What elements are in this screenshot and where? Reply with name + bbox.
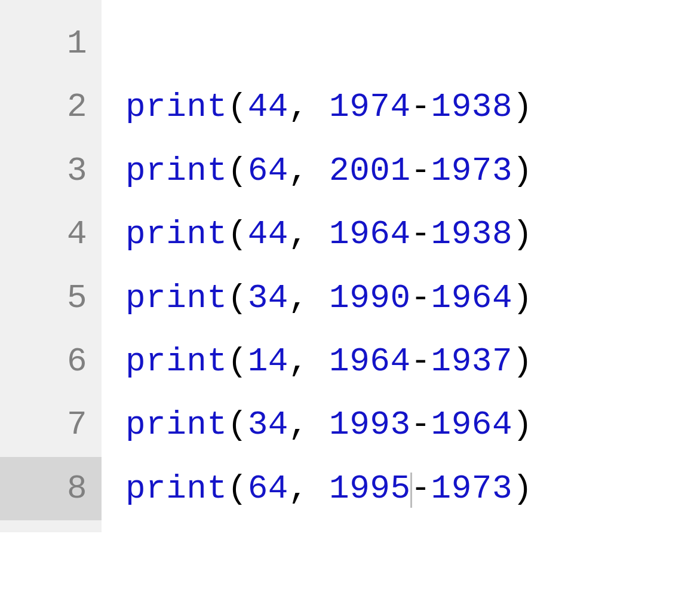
token-num: 1964 [329, 342, 410, 381]
token-num: 34 [248, 279, 288, 317]
token-punct: ( [228, 152, 248, 190]
token-num: 1974 [329, 88, 410, 126]
token-punct: ( [228, 470, 248, 508]
token-num: 1964 [431, 279, 512, 317]
line-number: 3 [24, 139, 87, 203]
token-punct: ) [512, 215, 533, 253]
line-number: 7 [24, 393, 87, 456]
token-punct: ) [512, 152, 533, 190]
token-punct: ( [228, 215, 248, 253]
token-op: - [411, 88, 431, 126]
code-line[interactable] [125, 12, 700, 75]
code-line[interactable]: print(44, 1974-1938) [125, 75, 700, 139]
token-func: print [125, 279, 228, 317]
line-number: 1 [24, 12, 87, 75]
token-punct: ( [228, 279, 248, 317]
token-num: 14 [248, 342, 288, 381]
token-punct: ( [228, 342, 248, 381]
token-punct: , [288, 215, 309, 253]
token-punct: , [288, 342, 309, 381]
code-line[interactable]: print(64, 1995-1973) [125, 457, 700, 520]
token-punct: ) [512, 470, 533, 508]
token-num: 1938 [431, 215, 512, 253]
code-line[interactable]: print(34, 1990-1964) [125, 266, 700, 330]
code-line[interactable]: print(64, 2001-1973) [125, 139, 700, 203]
token-func: print [125, 470, 228, 508]
token-op: - [411, 279, 431, 317]
token-op: - [411, 470, 431, 508]
token-op: - [411, 342, 431, 381]
token-punct: ) [512, 406, 533, 444]
line-number: 5 [24, 266, 87, 330]
line-number: 8 [0, 457, 102, 520]
token-func: print [125, 342, 228, 381]
code-line[interactable]: print(34, 1993-1964) [125, 393, 700, 456]
token-num: 34 [248, 406, 288, 444]
token-op: - [411, 215, 431, 253]
text-cursor [410, 473, 412, 508]
token-num: 1937 [431, 342, 512, 381]
token-num: 2001 [329, 152, 410, 190]
token-num: 1993 [329, 406, 410, 444]
line-number-gutter: 12345678 [0, 0, 102, 532]
token-num: 1995 [329, 470, 410, 508]
token-op: - [411, 406, 431, 444]
token-punct: , [288, 152, 309, 190]
token-num: 1973 [431, 152, 512, 190]
token-func: print [125, 88, 228, 126]
token-punct: ) [512, 88, 533, 126]
line-number: 6 [24, 330, 87, 393]
line-number: 4 [24, 203, 87, 266]
token-punct: , [288, 88, 309, 126]
token-punct: , [288, 406, 309, 444]
token-punct: , [288, 279, 309, 317]
token-num: 1938 [431, 88, 512, 126]
code-editor-area[interactable]: print(44, 1974-1938)print(64, 2001-1973)… [102, 0, 700, 532]
token-num: 1990 [329, 279, 410, 317]
token-func: print [125, 215, 228, 253]
token-punct: ) [512, 342, 533, 381]
token-num: 64 [248, 152, 288, 190]
token-punct: , [288, 470, 309, 508]
token-num: 1973 [431, 470, 512, 508]
token-num: 64 [248, 470, 288, 508]
token-func: print [125, 406, 228, 444]
token-num: 44 [248, 88, 288, 126]
token-num: 44 [248, 215, 288, 253]
token-op: - [411, 152, 431, 190]
code-line[interactable]: print(44, 1964-1938) [125, 203, 700, 266]
token-punct: ) [512, 279, 533, 317]
token-num: 1964 [431, 406, 512, 444]
line-number: 2 [24, 75, 87, 139]
token-num: 1964 [329, 215, 410, 253]
token-punct: ( [228, 406, 248, 444]
code-line[interactable]: print(14, 1964-1937) [125, 330, 700, 393]
token-func: print [125, 152, 228, 190]
token-punct: ( [228, 88, 248, 126]
